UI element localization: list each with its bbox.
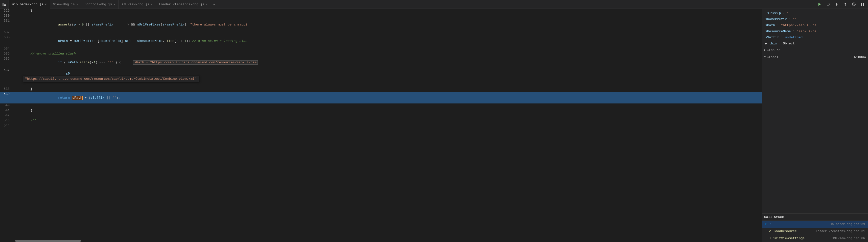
hover-tooltip: "https://sapui5.hana.ondemand.com/resour… <box>23 68 199 90</box>
svg-rect-15 <box>863 3 864 6</box>
tab-loaderext[interactable]: LoaderExtensions-dbg.js ✕ <box>156 0 211 9</box>
call-stack-item[interactable]: ➤ R ui5loader-dbg.js:539 <box>762 221 868 228</box>
call-stack-panel: Call Stack ➤ R ui5loader-dbg.js:539 c.lo… <box>762 213 868 242</box>
editor-area: 529 } 530 531 assert((p > 0 || sNamePref <box>0 9 762 242</box>
highlighted-variable: sPath <box>72 96 83 100</box>
step-out-button[interactable] <box>842 1 849 8</box>
scope-item-slice: .slice(p - 1 <box>762 10 868 16</box>
table-row: 536 if ( sPath.slice(-1) === '/' ) { sPa… <box>0 57 762 68</box>
tab-label: XMLView-dbg.js <box>122 2 149 6</box>
inline-tooltip: sPath = "https://sapui5.hana.ondemand.co… <box>133 60 258 65</box>
sidebar-toggle-button[interactable] <box>0 0 9 9</box>
tab-label: LoaderExtensions-dbg.js <box>159 2 204 6</box>
tooltip-content: "https://sapui5.hana.ondemand.com/resour… <box>23 76 199 82</box>
tab-ui5loader[interactable]: ui5loader-dbg.js ✕ <box>9 0 50 9</box>
call-stack-item[interactable]: l.initViewSettings XMLView-dbg.js:606 <box>762 235 868 242</box>
call-stack-header: Call Stack <box>762 214 868 221</box>
right-panel: .slice(p - 1 sNamePrefix : "" sPath : "h… <box>762 9 868 242</box>
scope-item-this[interactable]: ▶ this : Object <box>762 41 868 47</box>
tab-bar: ui5loader-dbg.js ✕ View-dbg.js ✕ Control… <box>0 0 868 9</box>
table-row: 543 /** <box>0 118 762 124</box>
svg-marker-11 <box>844 3 846 4</box>
tab-close-icon[interactable]: ✕ <box>114 2 115 6</box>
tab-control[interactable]: Control-dbg.js ✕ <box>81 0 119 9</box>
main-layout: 529 } 530 531 assert((p > 0 || sNamePref <box>0 9 868 242</box>
tab-close-icon[interactable]: ✕ <box>151 2 153 6</box>
svg-rect-2 <box>4 4 6 4</box>
closure-section[interactable]: ▶ Closure <box>762 47 868 54</box>
scope-item-sSuffix: sSuffix : undefined <box>762 35 868 41</box>
table-row: 533 sPath = mUrlPrefixes[sNamePrefix].ur… <box>0 35 762 47</box>
svg-rect-5 <box>821 3 821 6</box>
horizontal-scrollbar[interactable] <box>0 239 762 242</box>
global-section[interactable]: ▼ Global Window <box>762 54 868 61</box>
svg-rect-0 <box>2 3 3 6</box>
svg-rect-8 <box>836 3 837 5</box>
scrollbar-thumb[interactable] <box>15 240 81 242</box>
svg-rect-7 <box>827 5 829 5</box>
debug-toolbar <box>814 1 868 8</box>
tabs-more-button[interactable]: » <box>211 0 217 9</box>
table-row: 532 <box>0 30 762 35</box>
svg-rect-14 <box>861 3 862 6</box>
svg-rect-1 <box>4 3 6 3</box>
tab-xmlview[interactable]: XMLView-dbg.js ✕ <box>119 0 156 9</box>
step-into-button[interactable] <box>833 1 840 8</box>
scope-item-sNamePrefix: sNamePrefix : "" <box>762 16 868 23</box>
resume-button[interactable] <box>816 1 823 8</box>
tab-label: View-dbg.js <box>53 2 75 6</box>
table-row: 534 <box>0 47 762 52</box>
table-row: 530 <box>0 14 762 19</box>
pause-button[interactable] <box>859 1 866 8</box>
table-row: 537 sP "https://sapui5.hana.ondemand.com… <box>0 68 762 87</box>
scope-panel: .slice(p - 1 sNamePrefix : "" sPath : "h… <box>762 9 868 213</box>
scope-item-sPath: sPath : "https://sapui5.ha... <box>762 23 868 29</box>
code-editor[interactable]: 529 } 530 531 assert((p > 0 || sNamePref <box>0 9 762 239</box>
table-row: 539 return sPath + (sSuffix || ''); <box>0 92 762 103</box>
deactivate-button[interactable] <box>850 1 858 8</box>
table-row: 531 assert((p > 0 || sNamePrefix === '')… <box>0 19 762 30</box>
active-frame-arrow: ➤ <box>765 222 767 227</box>
table-row: 529 } <box>0 9 762 14</box>
svg-rect-3 <box>4 5 6 6</box>
table-row: 541 } <box>0 108 762 113</box>
tab-close-icon[interactable]: ✕ <box>206 2 208 6</box>
table-row: 542 <box>0 113 762 118</box>
scope-item-sResourceName: sResourceName : "sap/ui/de... <box>762 29 868 35</box>
svg-marker-9 <box>836 4 838 6</box>
tab-view[interactable]: View-dbg.js ✕ <box>50 0 81 9</box>
svg-line-13 <box>852 3 855 5</box>
tab-label: ui5loader-dbg.js <box>12 2 43 6</box>
svg-marker-4 <box>818 3 821 6</box>
tab-label: Control-dbg.js <box>84 2 112 6</box>
call-stack-item[interactable]: c.loadResource LoaderExtensions-dbg.js:3… <box>762 228 868 235</box>
svg-rect-10 <box>845 4 845 6</box>
tab-close-icon[interactable]: ✕ <box>76 2 78 6</box>
table-row: 535 //remove trailing slash <box>0 52 762 57</box>
step-over-button[interactable] <box>825 1 832 8</box>
table-row: 544 <box>0 124 762 129</box>
tab-close-icon[interactable]: ✕ <box>45 2 47 6</box>
table-row: 540 <box>0 103 762 108</box>
